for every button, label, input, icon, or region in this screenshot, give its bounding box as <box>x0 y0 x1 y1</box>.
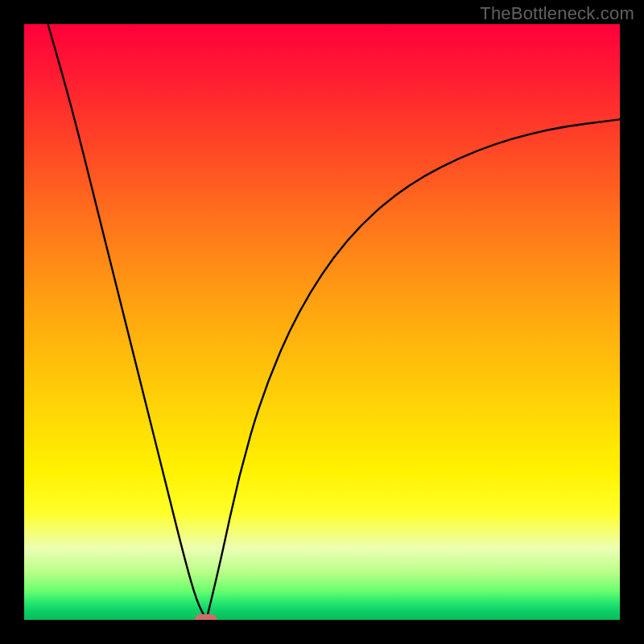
curve-right <box>206 119 620 620</box>
curve-left <box>48 24 207 620</box>
min-marker <box>195 614 217 620</box>
plot-area <box>24 24 620 620</box>
bottleneck-curve <box>24 24 620 620</box>
chart-frame: TheBottleneck.com <box>0 0 644 644</box>
watermark-label: TheBottleneck.com <box>480 3 634 24</box>
